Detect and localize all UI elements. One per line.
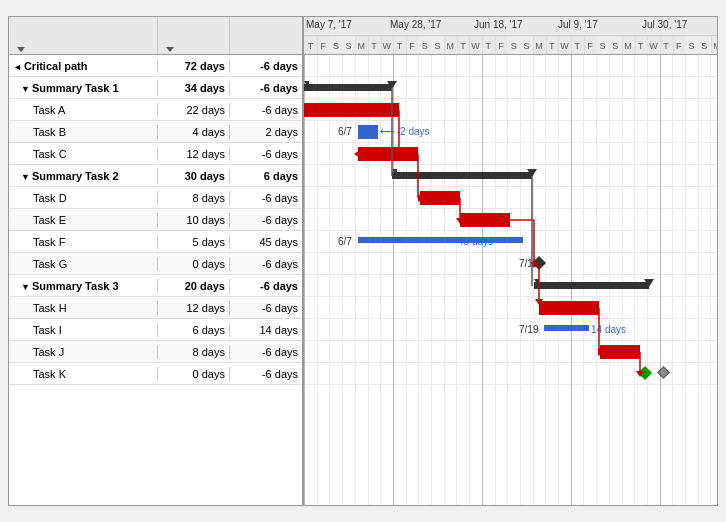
gantt-wrapper: ◄Critical path72 days-6 days▼Summary Tas… (9, 17, 717, 505)
summary1-cap-left (304, 81, 309, 89)
table-row: Task E10 days-6 days (9, 209, 302, 231)
grid-line (304, 55, 305, 505)
col-task-header (9, 17, 158, 54)
duration-cell: 10 days (158, 213, 230, 227)
table-row: ▼Summary Task 320 days-6 days (9, 275, 302, 297)
slack-cell: -6 days (230, 59, 302, 73)
gantt-row (304, 341, 717, 363)
slack-cell: -6 days (230, 279, 302, 293)
table-row: Task K0 days-6 days (9, 363, 302, 385)
table-row: ▼Summary Task 134 days-6 days (9, 77, 302, 99)
grid-line (469, 55, 470, 505)
grid-line (456, 55, 457, 505)
summary2-bar (392, 172, 532, 179)
gantt-row (304, 319, 717, 341)
grid-line (634, 55, 635, 505)
task-name-cell: Task K (9, 367, 158, 381)
gantt-row (304, 275, 717, 297)
slack-cell: -6 days (230, 257, 302, 271)
task-b-bar (358, 125, 378, 139)
date-label-top: Jul 30, '17 (642, 19, 687, 30)
slack-cell: 6 days (230, 169, 302, 183)
duration-cell: 8 days (158, 191, 230, 205)
grid-line (317, 55, 318, 505)
table-row: ▼Summary Task 230 days6 days (9, 165, 302, 187)
duration-cell: 12 days (158, 147, 230, 161)
grid-line (431, 55, 432, 505)
grid-line (368, 55, 369, 505)
day-cell: M (710, 36, 717, 55)
table-row: Task H12 days-6 days (9, 297, 302, 319)
bar-label: 14 days (591, 324, 626, 335)
slack-cell: -6 days (230, 213, 302, 227)
grid-line (672, 55, 673, 505)
grid-line (609, 55, 610, 505)
grid-line (418, 55, 419, 505)
table-row: Task B4 days2 days (9, 121, 302, 143)
duration-cell: 8 days (158, 345, 230, 359)
gantt-body: 6/7⟵ -2 days6/745 days7/187/1914 days (304, 55, 717, 505)
table-row: Task G0 days-6 days (9, 253, 302, 275)
col-duration-header (158, 17, 230, 54)
grid-line (622, 55, 623, 505)
slack-cell: -6 days (230, 301, 302, 315)
duration-cell: 72 days (158, 59, 230, 73)
duration-cell: 22 days (158, 103, 230, 117)
table-body: ◄Critical path72 days-6 days▼Summary Tas… (9, 55, 302, 505)
slack-cell: -6 days (230, 345, 302, 359)
task-e-bar (460, 213, 510, 227)
task-name-cell: ▼Summary Task 2 (9, 169, 158, 183)
grid-line (596, 55, 597, 505)
task-h-bar (539, 301, 599, 315)
grid-line (698, 55, 699, 505)
summary2-cap-right (527, 169, 537, 177)
task-name-cell: ▼Summary Task 1 (9, 81, 158, 95)
summary1-bar (304, 84, 392, 91)
gantt-row (304, 209, 717, 231)
duration-cell: 34 days (158, 81, 230, 95)
duration-sort-icon[interactable] (166, 47, 174, 52)
table-row: Task C12 days-6 days (9, 143, 302, 165)
bar-label: 7/19 (519, 324, 538, 335)
task-name-cell: ◄Critical path (9, 59, 158, 73)
duration-cell: 0 days (158, 367, 230, 381)
duration-cell: 5 days (158, 235, 230, 249)
grid-line (406, 55, 407, 505)
timeline-header: May 7, '17May 28, '17Jun 18, '17Jul 9, '… (304, 17, 717, 55)
slack-cell: -6 days (230, 103, 302, 117)
summary2-cap-left (392, 169, 397, 177)
summary3-cap-left (534, 279, 539, 287)
task-name-cell: Task H (9, 301, 158, 315)
task-name-cell: ▼Summary Task 3 (9, 279, 158, 293)
bar-label: 6/7 (338, 126, 352, 137)
date-label-top: Jul 9, '17 (558, 19, 598, 30)
slack-cell: 45 days (230, 235, 302, 249)
slack-cell: 14 days (230, 323, 302, 337)
bar-label: 45 days (458, 236, 493, 247)
right-panel: May 7, '17May 28, '17Jun 18, '17Jul 9, '… (304, 17, 717, 505)
task-name-label (13, 47, 25, 52)
duration-cell: 12 days (158, 301, 230, 315)
grid-line (495, 55, 496, 505)
task-name-cell: Task C (9, 147, 158, 161)
task-name-cell: Task I (9, 323, 158, 337)
summary3-cap-right (644, 279, 654, 287)
table-row: Task I6 days14 days (9, 319, 302, 341)
task-j-bar (600, 345, 640, 359)
grid-line (393, 55, 394, 505)
gantt-row (304, 297, 717, 319)
table-header (9, 17, 302, 55)
grid-line (507, 55, 508, 505)
task-sort-icon[interactable] (17, 47, 25, 52)
task-a-bar (304, 103, 399, 117)
date-label-top: May 28, '17 (390, 19, 441, 30)
grid-line (444, 55, 445, 505)
grid-line (660, 55, 661, 505)
table-row: ◄Critical path72 days-6 days (9, 55, 302, 77)
duration-cell: 0 days (158, 257, 230, 271)
grid-line (558, 55, 559, 505)
task-name-cell: Task E (9, 213, 158, 227)
grid-line (571, 55, 572, 505)
task-name-cell: Task B (9, 125, 158, 139)
bar-label: 6/7 (338, 236, 352, 247)
